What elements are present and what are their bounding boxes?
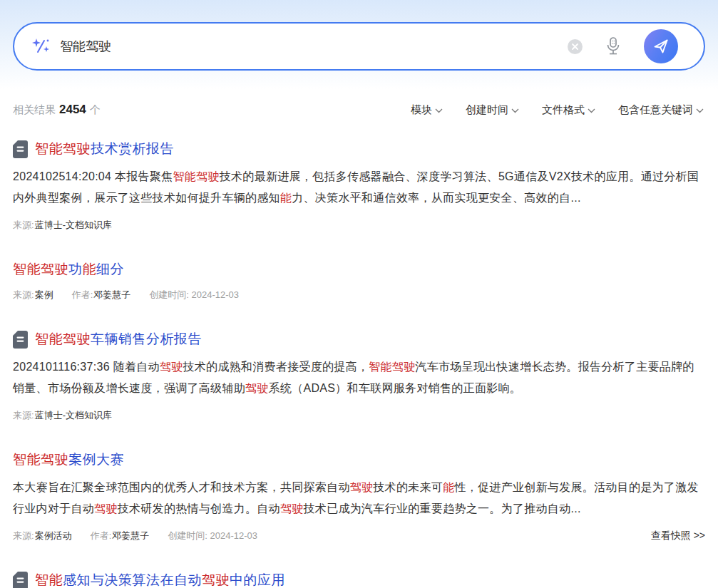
highlighted-keyword: 能 [443, 481, 454, 493]
meta-item: 创建时间: 2024-12-03 [149, 289, 239, 301]
result-title-link[interactable]: 智能驾驶功能细分 [13, 260, 124, 279]
result-title-row: 智能驾驶技术赏析报告 [13, 140, 705, 158]
search-result: 智能驾驶功能细分来源:案例作者:邓姜慧子创建时间: 2024-12-03 [13, 260, 705, 301]
text-segment: 细分 [96, 262, 124, 277]
text-segment: 技术赏析报告 [91, 141, 174, 156]
search-input[interactable] [60, 39, 568, 54]
result-meta: 来源:案例活动作者:邓姜慧子创建时间: 2024-12-03查看快照 >> [13, 530, 705, 542]
clear-search-button[interactable] [568, 39, 583, 54]
document-icon [13, 140, 28, 158]
text-segment: 案例大赛 [68, 452, 124, 467]
result-title-row: 智能驾驶车辆销售分析报告 [13, 330, 705, 349]
results-unit: 个 [90, 103, 101, 117]
text-segment: 车辆销售分析报告 [91, 331, 202, 346]
result-title-link[interactable]: 智能感知与决策算法在自动驾驶中的应用 [35, 571, 285, 588]
meta-label: 来源: [13, 289, 34, 300]
chevron-down-icon [511, 108, 519, 113]
chevron-down-icon [435, 108, 443, 113]
chevron-down-icon [588, 108, 595, 113]
search-result: 智能驾驶案例大赛本大赛旨在汇聚全球范围内的优秀人才和技术方案，共同探索自动驾驶技… [13, 450, 705, 542]
filter-any-keyword[interactable]: 包含任意关键词 [618, 103, 704, 117]
results-summary-bar: 相关结果 2454 个 模块 创建时间 文件格式 包含任意关键词 [13, 103, 704, 117]
document-icon [13, 331, 28, 349]
ai-sparkles-icon [31, 36, 51, 56]
highlighted-keyword: 驾驶 [160, 361, 183, 373]
document-icon [13, 572, 28, 588]
search-bar [13, 22, 705, 71]
meta-value: 案例 [35, 289, 53, 300]
text-segment: 系统（ADAS）和车联网服务对销售的正面影响。 [269, 382, 521, 394]
microphone-button[interactable] [604, 36, 622, 57]
meta-item: 创建时间: 2024-12-03 [168, 530, 257, 542]
text-segment: 中的应用 [230, 572, 285, 587]
result-meta: 来源:蓝博士-文档知识库 [13, 409, 705, 422]
highlighted-keyword: 能 [83, 262, 97, 277]
highlighted-keyword: 智能驾驶 [13, 452, 68, 467]
meta-item: 来源:蓝博士-文档知识库 [13, 219, 112, 232]
result-snippet: 本大赛旨在汇聚全球范围内的优秀人才和技术方案，共同探索自动驾驶技术的未来可能性，… [13, 477, 705, 520]
results-list: 智能驾驶技术赏析报告2024102514:20:04 本报告聚焦智能驾驶技术的最… [13, 140, 705, 588]
filter-module[interactable]: 模块 [411, 103, 443, 117]
meta-item: 来源:案例活动 [13, 530, 72, 542]
result-title-row: 智能驾驶功能细分 [13, 260, 705, 279]
meta-label: 来源: [13, 410, 34, 421]
highlighted-keyword: 智能驾驶 [35, 141, 91, 156]
text-segment: 技术的未来可 [373, 481, 443, 493]
search-result: 智能驾驶技术赏析报告2024102514:20:04 本报告聚焦智能驾驶技术的最… [13, 140, 705, 232]
text-segment: 本大赛旨在汇聚全球范围内的优秀人才和技术方案，共同探索自动 [13, 481, 350, 493]
highlighted-keyword: 能 [280, 192, 292, 204]
text-segment: 2024101116:37:36 随着自动 [13, 361, 160, 373]
result-title-row: 智能驾驶案例大赛 [13, 450, 705, 469]
meta-label: 作者: [72, 289, 93, 300]
text-segment: 技术已成为汽车行业的重要趋势之一。为了推动自动... [304, 502, 581, 515]
result-snippet: 2024101116:37:36 随着自动驾驶技术的成熟和消费者接受度的提高，智… [13, 356, 705, 399]
meta-value: 蓝博士-文档知识库 [35, 220, 112, 230]
highlighted-keyword: 驾驶 [350, 481, 374, 493]
meta-item: 来源:蓝博士-文档知识库 [13, 409, 112, 422]
highlighted-keyword: 智能驾驶 [369, 361, 415, 373]
meta-value: 案例活动 [35, 530, 72, 541]
text-segment: 2024102514:20:04 本报告聚焦 [13, 170, 173, 182]
text-segment: 技术的成熟和消费者接受度的提高， [183, 361, 369, 373]
text-segment: 技术研发的热情与创造力。自动 [118, 502, 280, 515]
result-title-link[interactable]: 智能驾驶车辆销售分析报告 [35, 330, 202, 349]
result-snippet: 2024102514:20:04 本报告聚焦智能驾驶技术的最新进展，包括多传感器… [13, 166, 705, 209]
search-hero [0, 0, 718, 89]
chevron-down-icon [696, 108, 704, 113]
highlighted-keyword: 驾驶 [94, 502, 118, 515]
result-meta: 来源:蓝博士-文档知识库 [13, 219, 705, 232]
meta-item: 来源:案例 [13, 289, 53, 301]
meta-label: 来源: [13, 220, 34, 230]
highlighted-keyword: 智能驾驶 [173, 170, 220, 182]
filter-file-format[interactable]: 文件格式 [542, 103, 595, 117]
search-result: 智能感知与决策算法在自动驾驶中的应用2024102514:06:23 在自动驾驶… [13, 571, 705, 588]
filter-bar: 模块 创建时间 文件格式 包含任意关键词 [411, 103, 704, 117]
meta-item: 作者:邓姜慧子 [91, 530, 150, 542]
meta-label: 来源: [13, 530, 34, 541]
filter-create-time[interactable]: 创建时间 [466, 103, 519, 117]
result-meta: 来源:案例作者:邓姜慧子创建时间: 2024-12-03 [13, 289, 705, 301]
meta-item: 作者:邓姜慧子 [72, 289, 131, 301]
highlighted-keyword: 智能 [35, 572, 63, 587]
result-title-row: 智能感知与决策算法在自动驾驶中的应用 [13, 571, 705, 588]
highlighted-keyword: 驾驶 [202, 572, 230, 587]
send-search-button[interactable] [644, 29, 678, 63]
highlighted-keyword: 驾驶 [245, 382, 269, 394]
meta-label: 创建时间: 2024-12-03 [168, 530, 257, 541]
highlighted-keyword: 智能驾驶 [13, 262, 68, 277]
results-label: 相关结果 [13, 103, 56, 117]
result-title-link[interactable]: 智能驾驶技术赏析报告 [35, 140, 174, 158]
result-title-link[interactable]: 智能驾驶案例大赛 [13, 450, 124, 469]
meta-value: 邓姜慧子 [93, 289, 130, 300]
meta-value: 蓝博士-文档知识库 [35, 410, 112, 421]
text-segment: 感知与决策算法在自动 [63, 572, 202, 587]
text-segment: 力、决策水平和通信效率，从而实现更安全、高效的自... [292, 192, 580, 204]
highlighted-keyword: 驾驶 [280, 502, 304, 515]
results-count: 2454 [59, 103, 86, 117]
meta-value: 邓姜慧子 [112, 530, 149, 541]
search-result: 智能驾驶车辆销售分析报告2024101116:37:36 随着自动驾驶技术的成熟… [13, 330, 705, 422]
meta-label: 作者: [91, 530, 112, 541]
meta-label: 创建时间: 2024-12-03 [149, 289, 239, 300]
text-segment: 功 [68, 262, 83, 277]
snapshot-link[interactable]: 查看快照 >> [651, 530, 705, 542]
